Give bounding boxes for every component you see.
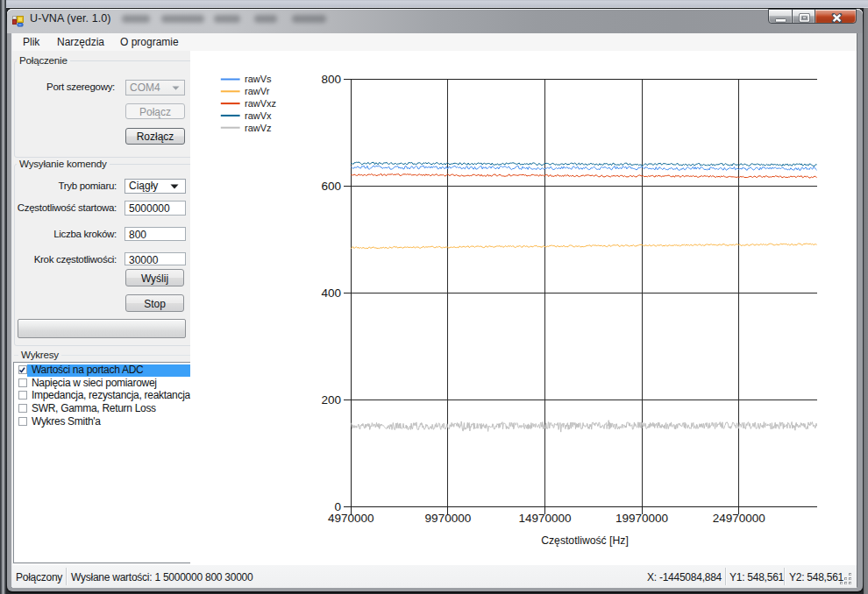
svg-text:24970000: 24970000 bbox=[713, 512, 765, 525]
svg-text:800: 800 bbox=[321, 73, 341, 86]
svg-text:rawVs: rawVs bbox=[245, 74, 272, 84]
svg-text:19970000: 19970000 bbox=[615, 512, 668, 525]
svg-text:rawVr: rawVr bbox=[245, 86, 270, 96]
svg-text:600: 600 bbox=[321, 180, 341, 193]
svg-text:400: 400 bbox=[321, 286, 341, 300]
svg-text:14970000: 14970000 bbox=[518, 512, 571, 525]
svg-text:4970000: 4970000 bbox=[328, 512, 374, 525]
svg-text:Częstotliwość [Hz]: Częstotliwość [Hz] bbox=[541, 534, 629, 547]
svg-text:9970000: 9970000 bbox=[425, 512, 472, 525]
svg-text:rawVx: rawVx bbox=[245, 110, 272, 121]
svg-text:rawVxz: rawVxz bbox=[245, 98, 276, 109]
svg-text:rawVz: rawVz bbox=[245, 123, 272, 133]
svg-text:200: 200 bbox=[321, 393, 341, 407]
